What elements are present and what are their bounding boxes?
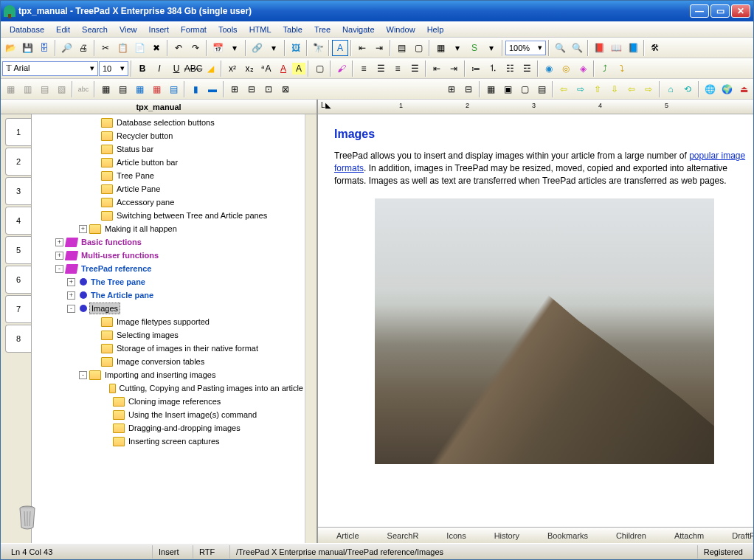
numberlist-button[interactable]: ⒈ bbox=[485, 61, 501, 77]
exit-icon[interactable]: ⏏ bbox=[736, 81, 752, 97]
list3-button[interactable]: ☷ bbox=[502, 61, 518, 77]
expand-icon[interactable]: + bbox=[67, 291, 75, 300]
superscript-button[interactable]: x² bbox=[224, 61, 241, 77]
tab-bookmarks[interactable]: Bookmarks bbox=[533, 529, 602, 542]
fontcolor-button[interactable]: A bbox=[275, 61, 291, 77]
cell2-icon[interactable]: ▬ bbox=[204, 81, 221, 97]
border4-icon[interactable]: ▤ bbox=[533, 81, 550, 97]
menu-tools[interactable]: Tools bbox=[212, 23, 243, 36]
table3-icon[interactable]: ▦ bbox=[131, 81, 148, 97]
vtab-1[interactable]: 1 bbox=[5, 118, 31, 146]
tools-icon[interactable]: 🛠 bbox=[647, 40, 663, 56]
table4-icon[interactable]: ▦ bbox=[148, 81, 165, 97]
aligncenter-button[interactable]: ☰ bbox=[373, 61, 389, 77]
expand-icon[interactable]: + bbox=[67, 278, 75, 286]
article-body[interactable]: Images TreePad allows you to insert and … bbox=[318, 114, 753, 527]
tree-node[interactable]: Cutting, Copying and Pasting images into… bbox=[32, 381, 305, 395]
menu-window[interactable]: Window bbox=[381, 23, 421, 36]
paste-icon[interactable]: 📄 bbox=[131, 40, 148, 56]
saveall-icon[interactable]: 🗄 bbox=[36, 40, 52, 56]
preview-icon[interactable]: 🔎 bbox=[58, 40, 75, 56]
char-icon[interactable]: ▾ bbox=[226, 40, 243, 56]
close-button[interactable]: ✕ bbox=[731, 4, 750, 18]
vtab-6[interactable]: 6 bbox=[5, 266, 31, 294]
abc-icon[interactable]: abc bbox=[75, 81, 91, 97]
border2-icon[interactable]: ▣ bbox=[499, 81, 516, 97]
list4-button[interactable]: ☲ bbox=[519, 61, 535, 77]
open-icon[interactable]: 📂 bbox=[2, 40, 18, 56]
image-icon[interactable]: 🖼 bbox=[288, 40, 304, 56]
expand-icon[interactable]: - bbox=[79, 371, 87, 379]
tree-view[interactable]: Database selection buttonsRecycler butto… bbox=[32, 114, 305, 543]
split1-icon[interactable]: ⊞ bbox=[443, 81, 460, 97]
brush-icon[interactable]: 🖌 bbox=[333, 61, 350, 77]
merge1-icon[interactable]: ⊞ bbox=[226, 81, 243, 97]
merge3-icon[interactable]: ⊡ bbox=[260, 81, 277, 97]
vtab-3[interactable]: 3 bbox=[5, 177, 31, 205]
tree-node[interactable]: Dragging-and-dropping images bbox=[32, 421, 305, 435]
tree-node[interactable]: Image filetypes supported bbox=[32, 315, 305, 328]
menu-help[interactable]: Help bbox=[421, 23, 450, 36]
table2-icon[interactable]: ▤ bbox=[114, 81, 131, 97]
tree-node[interactable]: Article Pane bbox=[32, 182, 305, 196]
nav-down-icon[interactable]: ⇩ bbox=[606, 81, 623, 97]
tab-children[interactable]: Children bbox=[602, 529, 660, 542]
nav-left-icon[interactable]: ⇦ bbox=[623, 81, 640, 97]
tree-node[interactable]: Image conversion tables bbox=[32, 355, 305, 368]
underline-button[interactable]: U bbox=[168, 61, 184, 77]
obj3-icon[interactable]: ◈ bbox=[575, 61, 591, 77]
tree-node[interactable]: Using the Insert image(s) command bbox=[32, 408, 305, 421]
menu-database[interactable]: Database bbox=[4, 23, 50, 36]
merge2-icon[interactable]: ⊟ bbox=[243, 81, 260, 97]
style-icon[interactable]: S bbox=[466, 40, 483, 56]
find-icon[interactable]: A bbox=[332, 40, 348, 56]
tab-searchr[interactable]: SearchR bbox=[373, 529, 433, 542]
undo-icon[interactable]: ↶ bbox=[170, 40, 187, 56]
case-button[interactable]: ᵃA bbox=[258, 61, 274, 77]
outdent-button[interactable]: ⇤ bbox=[429, 61, 445, 77]
expand-icon[interactable]: + bbox=[79, 225, 87, 233]
table5-icon[interactable]: ▤ bbox=[165, 81, 181, 97]
layout3-icon[interactable]: ▦ bbox=[432, 40, 449, 56]
tree-node[interactable]: Selecting images bbox=[32, 328, 305, 342]
grid2-icon[interactable]: ▥ bbox=[19, 81, 35, 97]
table1-icon[interactable]: ▦ bbox=[97, 81, 114, 97]
import-icon[interactable]: ⤵ bbox=[614, 61, 630, 77]
vtab-4[interactable]: 4 bbox=[5, 207, 31, 235]
tab-icons[interactable]: Icons bbox=[432, 529, 480, 542]
trash-icon[interactable] bbox=[16, 504, 38, 530]
home-icon[interactable]: ⌂ bbox=[663, 81, 679, 97]
bulletlist-button[interactable]: ≔ bbox=[468, 61, 484, 77]
split2-icon[interactable]: ⊟ bbox=[460, 81, 477, 97]
date-icon[interactable]: 📅 bbox=[210, 40, 226, 56]
tree-node[interactable]: Tree Pane bbox=[32, 169, 305, 182]
vtab-2[interactable]: 2 bbox=[5, 148, 31, 176]
italic-button[interactable]: I bbox=[151, 61, 167, 77]
strike-button[interactable]: ABC bbox=[185, 61, 201, 77]
obj2-icon[interactable]: ◎ bbox=[558, 61, 574, 77]
print-icon[interactable]: 🖨 bbox=[75, 40, 91, 56]
expand-icon[interactable]: + bbox=[55, 238, 63, 246]
link-icon[interactable]: 🔗 bbox=[249, 40, 265, 56]
globe-icon[interactable]: 🌐 bbox=[702, 81, 718, 97]
zoom-select[interactable]: 100%▾ bbox=[505, 41, 546, 55]
tree-node[interactable]: +Basic functions bbox=[32, 235, 305, 249]
outdent-tree-icon[interactable]: ⇤ bbox=[354, 40, 370, 56]
expand-icon[interactable]: - bbox=[67, 305, 75, 313]
tree-node[interactable]: -Images bbox=[32, 302, 305, 315]
layout-dd-icon[interactable]: ▾ bbox=[449, 40, 466, 56]
tree-node[interactable]: -TreePad reference bbox=[32, 262, 305, 275]
zoomout-icon[interactable]: 🔍 bbox=[552, 40, 568, 56]
anchor-icon[interactable]: ▾ bbox=[266, 40, 282, 56]
tree-node[interactable]: -Importing and inserting images bbox=[32, 368, 305, 381]
menu-edit[interactable]: Edit bbox=[50, 23, 76, 36]
subscript-button[interactable]: x₂ bbox=[241, 61, 257, 77]
fontsize-select[interactable]: 10▾ bbox=[99, 61, 128, 76]
refresh-icon[interactable]: ⟲ bbox=[679, 81, 696, 97]
tree-node[interactable]: Accessory pane bbox=[32, 196, 305, 209]
font-select[interactable]: 𝕋 Arial▾ bbox=[2, 61, 98, 76]
web-icon[interactable]: 🌍 bbox=[719, 81, 735, 97]
clearformat-icon[interactable]: ▢ bbox=[311, 61, 328, 77]
menu-format[interactable]: Format bbox=[175, 23, 212, 36]
layout1-icon[interactable]: ▤ bbox=[393, 40, 409, 56]
